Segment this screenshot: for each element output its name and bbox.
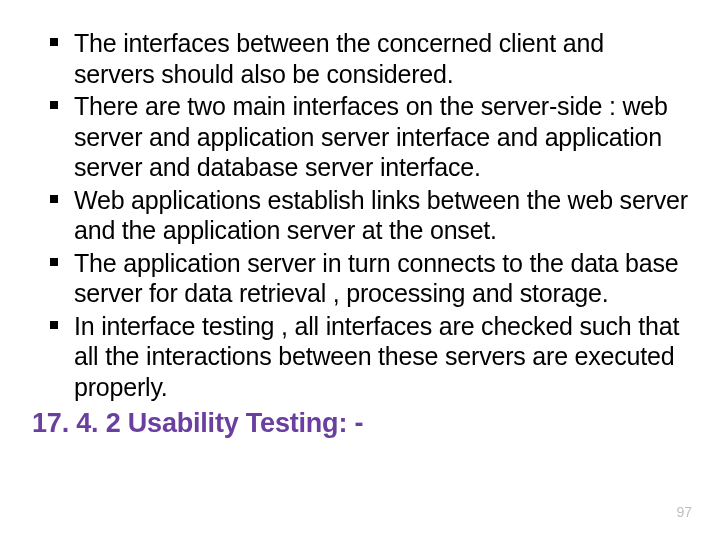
list-item: The interfaces between the concerned cli… (50, 28, 688, 89)
list-item: There are two main interfaces on the ser… (50, 91, 688, 183)
list-item: Web applications establish links between… (50, 185, 688, 246)
page-number: 97 (676, 504, 692, 520)
bullet-list: The interfaces between the concerned cli… (50, 28, 688, 402)
section-heading: 17. 4. 2 Usability Testing: - (32, 408, 688, 439)
list-item: The application server in turn connects … (50, 248, 688, 309)
list-item: In interface testing , all interfaces ar… (50, 311, 688, 403)
